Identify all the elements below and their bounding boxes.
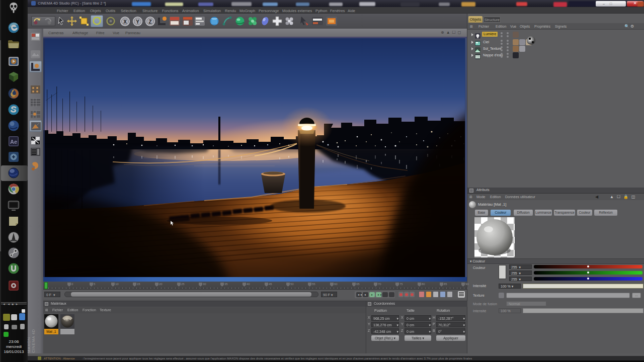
svg-text:X: X [123, 19, 127, 25]
svg-text:Z: Z [148, 19, 151, 25]
svg-text:Y: Y [136, 19, 139, 25]
svg-text:Ae: Ae [10, 139, 17, 145]
